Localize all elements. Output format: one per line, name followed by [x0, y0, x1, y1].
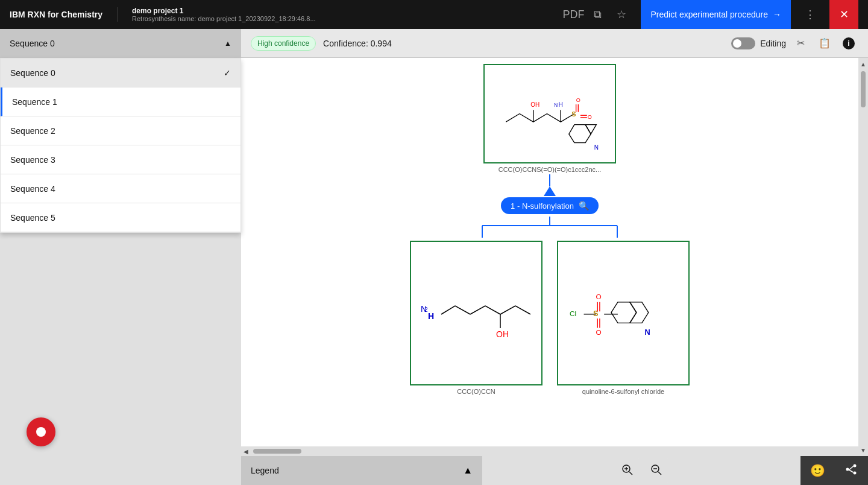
- svg-text:Cl: Cl: [570, 309, 576, 318]
- sidebar-item-sequence1[interactable]: Sequence 1: [1, 87, 241, 116]
- legend-section[interactable]: Legend ▲: [241, 456, 482, 485]
- reaction-diagram: OH H N S: [241, 58, 858, 446]
- svg-line-49: [629, 472, 632, 475]
- reactants-row: H 2 N OH: [410, 241, 690, 395]
- svg-marker-17: [569, 125, 591, 143]
- sequence4-label: Sequence 4: [10, 184, 55, 194]
- svg-text:N: N: [594, 144, 599, 151]
- svg-text:H: H: [428, 311, 434, 321]
- scrollbar-thumb-vertical[interactable]: [861, 71, 866, 107]
- bottom-bar: Legend ▲ 🙂: [241, 456, 868, 485]
- sidebar-item-sequence0[interactable]: Sequence 0 ✓: [1, 59, 241, 87]
- product-molecule-box[interactable]: OH H N S: [483, 64, 616, 163]
- svg-line-58: [849, 466, 854, 470]
- arrow-head: [544, 186, 556, 196]
- predict-label: Predict experimental procedure: [650, 10, 768, 19]
- pdf-icon: PDF: [562, 8, 584, 21]
- arrow-section: [544, 174, 556, 196]
- sequence5-label: Sequence 5: [10, 213, 55, 223]
- arrow-stem: [549, 174, 550, 186]
- close-icon: ✕: [840, 8, 849, 21]
- scroll-down-arrow[interactable]: ▼: [858, 445, 868, 455]
- svg-line-53: [658, 472, 661, 475]
- navbar-project: demo project 1 Retrosynthesis name: demo…: [132, 7, 554, 22]
- scissors-icon: ✂: [797, 37, 805, 49]
- sidebar-item-sequence2[interactable]: Sequence 2: [1, 116, 241, 145]
- svg-line-29: [470, 306, 485, 314]
- sidebar-item-sequence3[interactable]: Sequence 3: [1, 145, 241, 174]
- search-reaction-icon[interactable]: 🔍: [579, 201, 589, 211]
- sidebar-item-sequence5[interactable]: Sequence 5: [1, 203, 241, 232]
- sidebar-header[interactable]: Sequence 0 ▲: [0, 29, 241, 58]
- pdf-button[interactable]: PDF: [564, 5, 583, 24]
- svg-text:O: O: [596, 328, 602, 337]
- svg-line-0: [506, 114, 520, 122]
- sidebar-header-title: Sequence 0: [10, 39, 55, 48]
- reactant1-structure-svg: H 2 N OH: [416, 247, 536, 379]
- toggle-thumb: [733, 39, 741, 48]
- svg-text:H: H: [559, 101, 563, 108]
- reactant1-section: H 2 N OH: [410, 241, 542, 395]
- confidence-text: Confidence: 0.994: [323, 39, 724, 48]
- scrollbar-thumb-horizontal[interactable]: [253, 449, 301, 454]
- horizontal-scrollbar[interactable]: ◀: [241, 446, 858, 456]
- svg-line-59: [849, 470, 854, 472]
- sidebar-item-sequence4[interactable]: Sequence 4: [1, 174, 241, 203]
- reactant2-smiles-label: quinoline-6-sulfonyl chloride: [582, 388, 664, 395]
- svg-point-57: [854, 471, 857, 474]
- vertical-scrollbar[interactable]: ▲ ▼: [858, 58, 868, 456]
- close-button[interactable]: ✕: [829, 0, 858, 29]
- navbar: IBM RXN for Chemistry demo project 1 Ret…: [0, 0, 868, 29]
- editing-label: Editing: [760, 39, 786, 48]
- copy-button[interactable]: ⧉: [588, 5, 607, 24]
- legend-chevron-up-icon: ▲: [463, 465, 473, 476]
- svg-line-30: [485, 306, 500, 314]
- record-button[interactable]: [27, 417, 55, 446]
- product-section: OH H N S: [483, 64, 616, 173]
- chevron-up-icon: ▲: [224, 39, 231, 48]
- reactant1-molecule-box[interactable]: H 2 N OH: [410, 241, 542, 385]
- connector-lines-svg: [444, 217, 655, 241]
- reactant2-molecule-box[interactable]: Cl S O O: [557, 241, 690, 385]
- feedback-button[interactable]: 🙂: [800, 456, 834, 485]
- scroll-up-arrow[interactable]: ▲: [858, 59, 868, 69]
- zoom-out-icon: [650, 463, 662, 478]
- svg-line-28: [455, 306, 470, 314]
- navbar-divider: [117, 7, 118, 22]
- toolbar: High confidence Confidence: 0.994 Editin…: [241, 29, 868, 58]
- zoom-in-button[interactable]: [615, 458, 639, 483]
- product-smiles-label: CCC(O)CCNS(=O)(=O)c1ccc2nc...: [498, 166, 602, 173]
- clipboard-button[interactable]: 📋: [815, 34, 834, 53]
- svg-line-5: [547, 114, 561, 122]
- brand-name: RXN for Chemistry: [28, 10, 102, 19]
- more-button[interactable]: ⋮: [800, 0, 820, 29]
- scissors-button[interactable]: ✂: [791, 34, 810, 53]
- sidebar-dropdown: Sequence 0 ✓ Sequence 1 Sequence 2 Seque…: [0, 58, 241, 233]
- brand-ibm: IBM: [10, 10, 25, 19]
- brand-logo: IBM RXN for Chemistry: [10, 10, 102, 19]
- scroll-left-arrow[interactable]: ◀: [241, 446, 251, 456]
- reaction-label-text: 1 - N-sulfonylation: [511, 201, 574, 211]
- info-button[interactable]: i: [839, 34, 858, 53]
- zoom-out-button[interactable]: [644, 458, 668, 483]
- checkmark-icon: ✓: [224, 68, 231, 78]
- svg-line-1: [520, 114, 533, 122]
- svg-text:O: O: [576, 97, 580, 103]
- legend-label: Legend: [251, 466, 279, 475]
- reaction-label-pill[interactable]: 1 - N-sulfonylation 🔍: [501, 197, 599, 214]
- project-name: demo project 1: [132, 7, 554, 15]
- svg-line-33: [500, 306, 515, 314]
- share-button[interactable]: [834, 456, 868, 485]
- clipboard-icon: 📋: [819, 37, 831, 49]
- info-icon: i: [843, 37, 855, 49]
- editing-toggle[interactable]: Editing: [731, 37, 786, 49]
- svg-marker-18: [585, 125, 596, 134]
- predict-button[interactable]: Predict experimental procedure →: [641, 0, 791, 29]
- svg-text:OH: OH: [496, 329, 509, 339]
- bottom-right-actions: 🙂: [800, 456, 868, 485]
- svg-point-55: [854, 464, 857, 467]
- reactant2-structure-svg: Cl S O O: [563, 247, 684, 379]
- zoom-controls: [482, 458, 800, 483]
- star-button[interactable]: ☆: [612, 5, 631, 24]
- toggle-track[interactable]: [731, 37, 755, 49]
